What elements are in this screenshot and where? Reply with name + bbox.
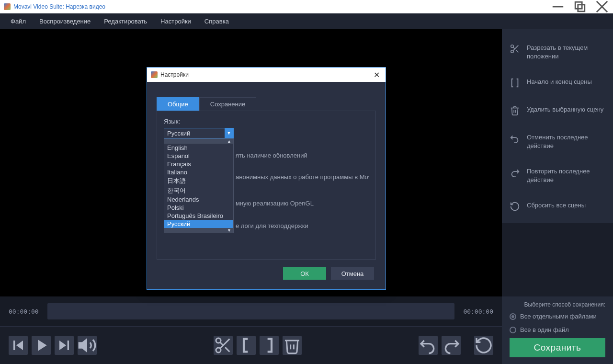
brackets-icon (510, 78, 520, 88)
lang-option-nederlands[interactable]: Nederlands (164, 195, 233, 204)
redo-button[interactable] (442, 336, 461, 355)
svg-point-5 (511, 45, 514, 48)
language-select[interactable]: Русский ▼ (164, 128, 234, 138)
svg-point-11 (216, 338, 221, 343)
dialog-titlebar[interactable]: Настройки ✕ (147, 68, 386, 82)
play-button[interactable] (32, 336, 51, 355)
menu-edit[interactable]: Редактировать (97, 15, 154, 28)
cut-button[interactable] (214, 336, 233, 355)
svg-line-8 (516, 50, 518, 52)
radio-separate-files[interactable]: Все отдельными файлами (510, 313, 605, 320)
bracket-right-button[interactable] (260, 336, 279, 355)
scroll-down-icon[interactable]: ▼ (164, 228, 233, 233)
timeline: 00:00:00 00:00:00 (0, 296, 502, 326)
dialog-buttons: ОК Отмена (157, 260, 376, 282)
minimize-button[interactable] (547, 0, 569, 13)
app-icon (151, 71, 158, 78)
side-panel: Разрезать в текущем положении Начало и к… (502, 29, 613, 223)
radio-icon (510, 327, 516, 333)
action-label: Сбросить все сцены (527, 201, 586, 210)
timeline-track[interactable] (47, 303, 455, 319)
scroll-up-icon[interactable]: ▲ (164, 139, 233, 144)
window-controls (547, 0, 613, 13)
action-label: Начало и конец сцены (527, 78, 592, 86)
svg-line-9 (513, 47, 515, 49)
action-label: Разрезать в текущем положении (527, 44, 605, 60)
save-mode-title: Выберите способ сохранения: (510, 301, 605, 308)
time-start: 00:00:00 (9, 308, 39, 315)
save-section: Выберите способ сохранения: Все отдельны… (502, 296, 613, 326)
reset-icon (510, 201, 520, 212)
action-undo[interactable]: Отменить последнее действие (510, 127, 605, 161)
dialog-body: Общие Сохранение Язык: Русский ▼ ять нал… (147, 82, 386, 289)
menu-help[interactable]: Справка (198, 15, 236, 28)
dialog-tabs: Общие Сохранение (157, 97, 376, 111)
language-selected: Русский (167, 130, 190, 137)
action-label: Отменить последнее действие (527, 133, 605, 150)
trash-icon (510, 105, 520, 116)
chevron-down-icon: ▼ (225, 128, 233, 138)
language-label: Язык: (164, 118, 369, 125)
action-label: Повторить последнее действие (527, 167, 605, 184)
language-dropdown: ▲ English Español Français Italiano 日本語 … (164, 138, 234, 233)
close-button[interactable] (591, 0, 613, 13)
player-controls (0, 326, 502, 364)
undo-button[interactable] (419, 336, 438, 355)
lang-option-japanese[interactable]: 日本語 (164, 176, 233, 186)
ok-button[interactable]: ОК (283, 267, 326, 280)
dialog-close-button[interactable]: ✕ (372, 70, 382, 80)
action-scene-bounds[interactable]: Начало и конец сцены (510, 72, 605, 100)
prev-button[interactable] (9, 336, 28, 355)
time-end: 00:00:00 (463, 308, 493, 315)
window-title: Movavi Video Suite: Нарезка видео (13, 3, 105, 10)
radio-label: Все в один файл (520, 326, 569, 333)
action-label: Удалить выбранную сцену (527, 105, 603, 114)
tab-content: Язык: Русский ▼ ять наличие обновлений а… (157, 111, 376, 260)
lang-option-korean[interactable]: 한국어 (164, 186, 233, 195)
radio-label: Все отдельными файлами (520, 313, 597, 320)
radio-single-file[interactable]: Все в один файл (510, 326, 605, 333)
volume-button[interactable] (78, 336, 97, 355)
lang-option-english[interactable]: English (164, 144, 233, 152)
tab-general[interactable]: Общие (157, 97, 199, 111)
lang-option-espanol[interactable]: Español (164, 152, 233, 160)
svg-line-14 (225, 347, 229, 352)
action-cut-at-position[interactable]: Разрезать в текущем положении (510, 38, 605, 72)
reset-button[interactable] (474, 336, 493, 355)
action-redo[interactable]: Повторить последнее действие (510, 161, 605, 195)
dialog-title-text: Настройки (160, 71, 189, 78)
svg-marker-10 (79, 340, 86, 351)
app-icon (4, 3, 11, 10)
next-button[interactable] (55, 336, 74, 355)
lang-option-italiano[interactable]: Italiano (164, 168, 233, 176)
maximize-button[interactable] (569, 0, 591, 13)
save-button[interactable]: Сохранить (510, 338, 605, 357)
redo-icon (510, 167, 520, 178)
svg-line-15 (220, 342, 223, 345)
menu-playback[interactable]: Воспроизведение (33, 15, 97, 28)
svg-point-6 (511, 50, 514, 53)
action-reset-scenes[interactable]: Сбросить все сцены (510, 195, 605, 223)
scissors-icon (510, 44, 520, 54)
lang-option-portugues[interactable]: Português Brasileiro (164, 212, 233, 220)
menu-settings[interactable]: Настройки (154, 15, 198, 28)
cancel-button[interactable]: Отмена (331, 267, 374, 280)
svg-point-12 (216, 348, 221, 353)
lang-option-francais[interactable]: Français (164, 160, 233, 168)
undo-icon (510, 133, 520, 144)
action-delete-scene[interactable]: Удалить выбранную сцену (510, 100, 605, 127)
menubar: Файл Воспроизведение Редактировать Настр… (0, 13, 613, 29)
lang-option-russian[interactable]: Русский (164, 220, 233, 228)
save-section-lower: Все в один файл Сохранить (502, 326, 613, 364)
delete-button[interactable] (283, 336, 302, 355)
settings-dialog: Настройки ✕ Общие Сохранение Язык: Русск… (147, 67, 386, 290)
titlebar: Movavi Video Suite: Нарезка видео (0, 0, 613, 13)
bracket-left-button[interactable] (237, 336, 256, 355)
radio-icon (510, 313, 516, 320)
lang-option-polski[interactable]: Polski (164, 204, 233, 212)
tab-saving[interactable]: Сохранение (199, 97, 257, 111)
menu-file[interactable]: Файл (4, 15, 33, 28)
